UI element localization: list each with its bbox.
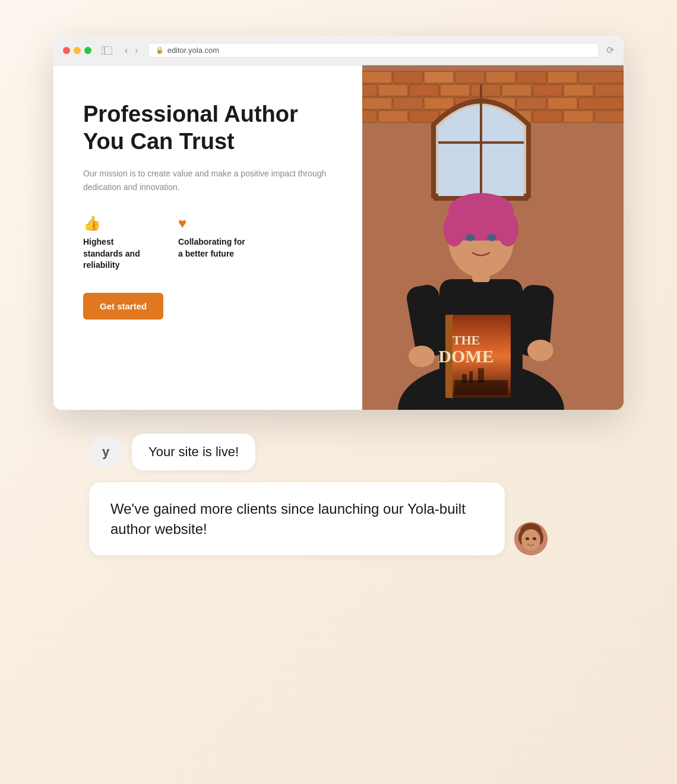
reload-button[interactable]: ⟳ [606, 45, 614, 56]
svg-rect-3 [362, 71, 392, 83]
sidebar-icon[interactable] [99, 45, 115, 56]
feature-item-1: 👍 Highest standards and reliability [83, 215, 154, 271]
svg-rect-20 [362, 97, 392, 109]
svg-rect-9 [548, 71, 577, 83]
yola-avatar-letter: y [102, 444, 109, 460]
svg-rect-16 [502, 84, 532, 96]
forward-button[interactable]: › [132, 44, 140, 57]
svg-rect-4 [393, 71, 423, 83]
thumbsup-icon: 👍 [83, 215, 154, 232]
svg-rect-47 [451, 217, 511, 241]
svg-rect-35 [564, 110, 593, 122]
svg-rect-29 [378, 110, 408, 122]
svg-rect-22 [424, 97, 454, 109]
svg-rect-61 [469, 371, 473, 383]
svg-rect-28 [362, 110, 377, 122]
yola-avatar: y [89, 435, 122, 469]
yola-message-row: y Your site is live! [89, 434, 588, 470]
svg-rect-11 [362, 84, 377, 96]
svg-rect-21 [393, 97, 423, 109]
svg-rect-0 [102, 46, 112, 55]
left-panel: Professional Author You Can Trust Our mi… [53, 65, 362, 410]
lock-icon: 🔒 [156, 46, 164, 54]
author-photo: THE DOME [362, 65, 624, 410]
hero-title: Professional Author You Can Trust [83, 101, 333, 155]
close-button[interactable] [63, 47, 70, 54]
svg-point-48 [466, 234, 475, 241]
feature-2-text: Collaborating for a better future [178, 236, 249, 260]
svg-rect-6 [455, 71, 485, 83]
svg-rect-14 [440, 84, 470, 96]
user-message-text: We've gained more clients since launchin… [110, 501, 466, 537]
svg-point-49 [487, 234, 496, 241]
feature-1-text: Highest standards and reliability [83, 236, 154, 271]
features-row: 👍 Highest standards and reliability ♥ Co… [83, 215, 333, 271]
feature-item-2: ♥ Collaborating for a better future [178, 215, 249, 271]
svg-text:DOME: DOME [438, 346, 493, 366]
user-avatar [514, 522, 548, 555]
svg-rect-36 [594, 110, 624, 122]
get-started-button[interactable]: Get started [83, 293, 163, 320]
svg-text:THE: THE [453, 333, 480, 347]
maximize-button[interactable] [84, 47, 91, 54]
heart-icon: ♥ [178, 215, 249, 232]
nav-buttons: ‹ › [122, 44, 141, 57]
svg-rect-25 [517, 97, 546, 109]
svg-rect-7 [486, 71, 515, 83]
svg-rect-60 [462, 374, 467, 383]
chat-section: y Your site is live! We've gained more c… [53, 410, 624, 579]
svg-point-68 [526, 538, 529, 540]
svg-rect-34 [533, 110, 562, 122]
user-chat-bubble: We've gained more clients since launchin… [89, 482, 505, 555]
svg-rect-27 [578, 97, 624, 109]
browser-window: ‹ › 🔒 editor.yola.com ⟳ Professional Aut… [53, 36, 624, 410]
svg-rect-10 [578, 71, 624, 83]
website-content: Professional Author You Can Trust Our mi… [53, 65, 624, 410]
svg-point-69 [533, 538, 536, 540]
svg-rect-5 [424, 71, 454, 83]
address-bar[interactable]: 🔒 editor.yola.com [148, 43, 599, 58]
svg-point-53 [527, 340, 553, 361]
minimize-button[interactable] [74, 47, 81, 54]
svg-rect-15 [471, 84, 501, 96]
svg-rect-18 [564, 84, 593, 96]
user-avatar-image [514, 522, 548, 555]
svg-rect-8 [517, 71, 546, 83]
user-message-row: We've gained more clients since launchin… [89, 482, 588, 555]
yola-chat-bubble: Your site is live! [132, 434, 255, 470]
svg-rect-62 [478, 368, 484, 383]
browser-chrome: ‹ › 🔒 editor.yola.com ⟳ [53, 36, 624, 65]
traffic-lights [63, 47, 91, 54]
svg-rect-17 [533, 84, 562, 96]
svg-rect-26 [548, 97, 577, 109]
svg-rect-19 [594, 84, 624, 96]
back-button[interactable]: ‹ [122, 44, 130, 57]
url-text: editor.yola.com [167, 46, 219, 55]
svg-point-67 [521, 529, 540, 551]
svg-rect-12 [378, 84, 408, 96]
right-panel: THE DOME [362, 65, 624, 410]
system-message-text: Your site is live! [148, 444, 239, 459]
svg-rect-13 [409, 84, 439, 96]
hero-description: Our mission is to create value and make … [83, 167, 333, 194]
svg-point-52 [409, 346, 435, 367]
